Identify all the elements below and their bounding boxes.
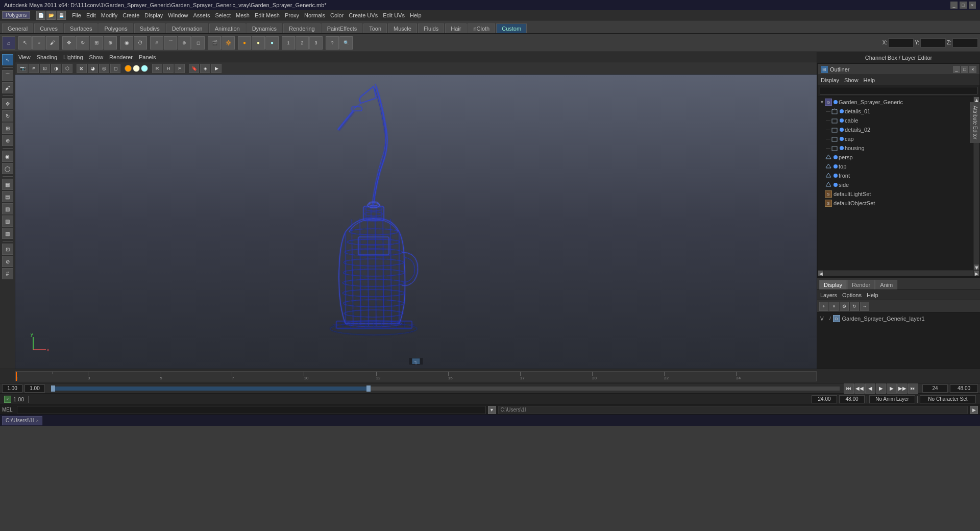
outliner-menu-show[interactable]: Show bbox=[844, 77, 859, 83]
vp-bookmark-btn[interactable]: 🔖 bbox=[189, 64, 199, 73]
home-icon[interactable]: ⌂ bbox=[2, 36, 15, 50]
vp-hud-btn[interactable]: H bbox=[163, 64, 174, 73]
scale-btn[interactable]: ⊞ bbox=[90, 36, 103, 50]
cmd-history-btn[interactable]: ▼ bbox=[488, 406, 496, 414]
tab-painteffects[interactable]: PaintEffects bbox=[322, 23, 363, 33]
param-curve-btn[interactable]: ▨ bbox=[2, 228, 13, 239]
select-tool-btn[interactable]: ↖ bbox=[18, 36, 32, 50]
outliner-menu-display[interactable]: Display bbox=[821, 77, 839, 83]
soft-mod-btn[interactable]: ◉ bbox=[120, 36, 133, 50]
tab-surfaces[interactable]: Surfaces bbox=[64, 23, 97, 33]
outliner-icon[interactable]: ⊞ bbox=[821, 66, 828, 73]
menu-normals[interactable]: Normals bbox=[304, 12, 325, 18]
z-field[interactable] bbox=[952, 38, 978, 47]
render-btn[interactable]: 🎬 bbox=[208, 36, 221, 50]
anim-curve-btn[interactable]: ▧ bbox=[2, 215, 13, 227]
vp-resolution-btn[interactable]: R bbox=[152, 64, 162, 73]
paint-select-mode-btn[interactable]: 🖌 bbox=[2, 82, 13, 93]
menu-help[interactable]: Help bbox=[410, 12, 422, 18]
mode-selector[interactable]: Polygons bbox=[2, 11, 30, 19]
universal-manip-btn[interactable]: ⊕ bbox=[104, 36, 117, 50]
grid-btn[interactable]: # bbox=[2, 268, 13, 279]
layer-name[interactable]: Garden_Sprayer_Generic_layer1 bbox=[842, 316, 925, 322]
menu-assets[interactable]: Assets bbox=[193, 12, 210, 18]
tab-curves[interactable]: Curves bbox=[34, 23, 63, 33]
menu-modify[interactable]: Modify bbox=[101, 12, 117, 18]
range-start-frame[interactable]: 1.00 bbox=[2, 384, 22, 393]
char-set-selector[interactable]: No Character Set bbox=[920, 395, 976, 403]
menu-create-uvs[interactable]: Create UVs bbox=[349, 12, 378, 18]
menu-display[interactable]: Display bbox=[144, 12, 163, 18]
vp-shade-btn[interactable]: ◑ bbox=[51, 64, 61, 73]
output-expand-btn[interactable]: ▶ bbox=[970, 406, 978, 414]
tab-general[interactable]: General bbox=[2, 23, 33, 33]
range-start-handle[interactable] bbox=[51, 385, 55, 392]
next-frame-btn[interactable]: ▶ bbox=[887, 383, 897, 394]
menu-mesh[interactable]: Mesh bbox=[236, 12, 250, 18]
anim-layer-btn[interactable]: ▥ bbox=[2, 203, 13, 214]
command-input[interactable] bbox=[17, 406, 486, 414]
taskbar-maya-item[interactable]: C:\\Users\\1I × bbox=[2, 416, 42, 425]
tree-item-details02[interactable]: — details_02 bbox=[818, 125, 973, 134]
range-current-frame[interactable]: 1.00 bbox=[24, 384, 45, 393]
le-menu-help[interactable]: Help bbox=[867, 292, 878, 298]
snap-surface-btn[interactable]: ◻ bbox=[191, 36, 205, 50]
menu-edit-uvs[interactable]: Edit UVs bbox=[383, 12, 405, 18]
vp-menu-renderer[interactable]: Renderer bbox=[109, 54, 133, 60]
proportional-btn[interactable]: ⊘ bbox=[2, 256, 13, 267]
outliner-max-btn[interactable]: □ bbox=[961, 66, 968, 73]
help-btn[interactable]: ? bbox=[326, 36, 339, 50]
ipr-render-btn[interactable]: 🔆 bbox=[222, 36, 235, 50]
end-frame-field[interactable]: 24 bbox=[922, 384, 948, 393]
paint-select-btn[interactable]: 🖌 bbox=[46, 36, 59, 50]
tree-item-default-light-set[interactable]: S defaultLightSet bbox=[818, 189, 973, 199]
render-layer-btn[interactable]: ▤ bbox=[2, 191, 13, 202]
vp-camera-btn[interactable]: 📷 bbox=[17, 64, 28, 73]
attribute-editor-tab[interactable]: Attribute Editor bbox=[970, 102, 980, 143]
menu-color[interactable]: Color bbox=[330, 12, 344, 18]
le-delete-layer-btn[interactable]: × bbox=[829, 302, 839, 311]
rotate-tool-btn[interactable]: ↻ bbox=[2, 110, 13, 122]
close-btn[interactable]: × bbox=[969, 2, 976, 9]
sculpt-btn[interactable]: ◯ bbox=[2, 163, 13, 174]
y-field[interactable] bbox=[920, 38, 946, 47]
range-bar[interactable] bbox=[51, 387, 840, 391]
layer-tab-render[interactable]: Render bbox=[847, 280, 875, 289]
tree-item-cap[interactable]: — cap bbox=[818, 134, 973, 143]
vp-snap-to-poly-btn[interactable]: ◈ bbox=[200, 64, 210, 73]
vp-xray-btn[interactable]: ◎ bbox=[99, 64, 109, 73]
tree-item-root[interactable]: ▼ G Garden_Sprayer_Generic bbox=[818, 98, 973, 107]
history-btn[interactable]: ⏱ bbox=[134, 36, 147, 50]
display-quality-med-btn[interactable]: 2 bbox=[296, 36, 309, 50]
tab-custom[interactable]: Custom bbox=[496, 23, 527, 33]
vp-texture-btn[interactable]: ⬡ bbox=[62, 64, 72, 73]
light-blue-btn[interactable]: ● bbox=[265, 36, 279, 50]
tab-toon[interactable]: Toon bbox=[363, 23, 387, 33]
display-quality-low-btn[interactable]: 1 bbox=[282, 36, 295, 50]
soft-select-btn[interactable]: ◉ bbox=[2, 151, 13, 162]
scale-tool-btn[interactable]: ⊞ bbox=[2, 123, 13, 134]
vp-smooth-shade-btn[interactable]: ◕ bbox=[88, 64, 98, 73]
outliner-search-input[interactable] bbox=[820, 87, 977, 94]
tree-item-details01[interactable]: — details_01 bbox=[818, 107, 973, 116]
vp-menu-lighting[interactable]: Lighting bbox=[63, 54, 83, 60]
move-btn[interactable]: ✥ bbox=[62, 36, 76, 50]
tree-item-housing[interactable]: — housing bbox=[818, 143, 973, 153]
tab-animation[interactable]: Animation bbox=[209, 23, 246, 33]
menu-edit[interactable]: Edit bbox=[86, 12, 96, 18]
vp-filmgate-btn[interactable]: F bbox=[175, 64, 185, 73]
range-end-handle[interactable] bbox=[366, 385, 371, 392]
menu-file[interactable]: File bbox=[72, 12, 81, 18]
tab-fluids[interactable]: Fluids bbox=[418, 23, 444, 33]
save-btn[interactable]: 💾 bbox=[57, 11, 66, 20]
vp-use-default-mat-btn[interactable]: ◻ bbox=[110, 64, 120, 73]
hscroll-track[interactable] bbox=[824, 271, 973, 276]
canvas-3d[interactable]: x y ┐ bbox=[15, 75, 817, 369]
snap-curve-btn[interactable]: ⌒ bbox=[164, 36, 177, 50]
tweak-btn[interactable]: ⊡ bbox=[2, 244, 13, 255]
tree-item-top[interactable]: top bbox=[818, 162, 973, 171]
lasso-btn[interactable]: ○ bbox=[32, 36, 45, 50]
snap-point-btn[interactable]: ⊗ bbox=[178, 36, 191, 50]
tab-subdivs[interactable]: Subdivs bbox=[134, 23, 165, 33]
tab-hair[interactable]: Hair bbox=[445, 23, 467, 33]
